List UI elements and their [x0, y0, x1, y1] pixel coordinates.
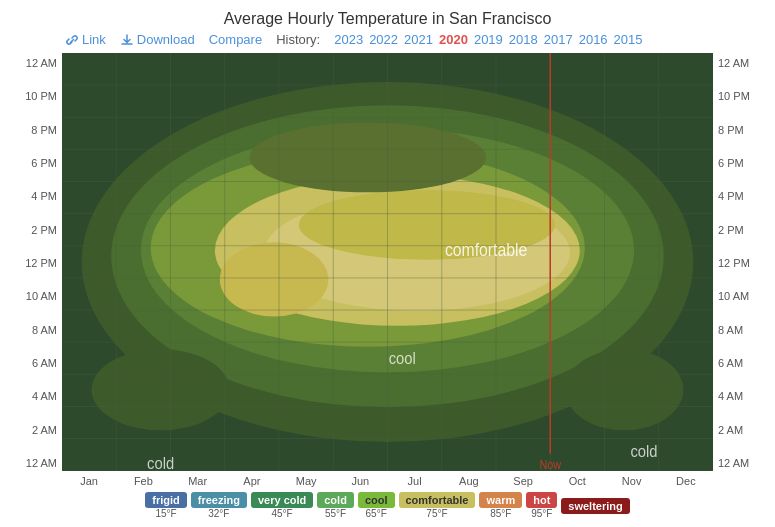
- x-label-feb: Feb: [116, 475, 170, 487]
- chart-area: 12 AM 10 PM 8 PM 6 PM 4 PM 2 PM 12 PM 10…: [10, 53, 765, 487]
- year-2017[interactable]: 2017: [544, 32, 573, 47]
- link-icon: [65, 33, 79, 47]
- page-container: Average Hourly Temperature in San Franci…: [0, 0, 775, 527]
- history-years: 2023 2022 2021 2020 2019 2018 2017 2016 …: [334, 32, 642, 47]
- now-label: Now: [539, 457, 561, 471]
- comfortable-label: comfortable: [445, 239, 527, 261]
- cool-label: cool: [389, 348, 416, 367]
- legend-hot: hot 95°F: [526, 492, 557, 519]
- x-label-apr: Apr: [225, 475, 279, 487]
- cold-left-label: cold: [147, 453, 174, 471]
- y-axis-right: 12 AM 10 PM 8 PM 6 PM 4 PM 2 PM 12 PM 10…: [713, 53, 765, 487]
- year-2022[interactable]: 2022: [369, 32, 398, 47]
- year-2021[interactable]: 2021: [404, 32, 433, 47]
- legend-cold: cold 55°F: [317, 492, 354, 519]
- svg-point-8: [220, 242, 329, 316]
- y-axis-left: 12 AM 10 PM 8 PM 6 PM 4 PM 2 PM 12 PM 10…: [10, 53, 62, 487]
- x-label-sep: Sep: [496, 475, 550, 487]
- download-icon: [120, 33, 134, 47]
- svg-point-12: [249, 123, 486, 193]
- chart-svg: comfortable cool cold cold Now: [62, 53, 713, 471]
- x-label-oct: Oct: [550, 475, 604, 487]
- chart-main: comfortable cool cold cold Now: [62, 53, 713, 471]
- x-label-dec: Dec: [659, 475, 713, 487]
- svg-point-11: [565, 349, 683, 430]
- legend-very-cold: very cold 45°F: [251, 492, 313, 519]
- legend-row: frigid 15°F freezing 32°F very cold 45°F…: [10, 492, 765, 519]
- year-2015[interactable]: 2015: [614, 32, 643, 47]
- year-2016[interactable]: 2016: [579, 32, 608, 47]
- chart-title: Average Hourly Temperature in San Franci…: [10, 10, 765, 28]
- x-label-aug: Aug: [442, 475, 496, 487]
- toolbar: Link Download Compare History: 2023 2022…: [10, 32, 765, 47]
- history-label: History:: [276, 32, 320, 47]
- year-2020[interactable]: 2020: [439, 32, 468, 47]
- x-label-jan: Jan: [62, 475, 116, 487]
- x-axis: Jan Feb Mar Apr May Jun Jul Aug Sep Oct …: [62, 473, 713, 487]
- year-2018[interactable]: 2018: [509, 32, 538, 47]
- x-label-nov: Nov: [605, 475, 659, 487]
- legend-warm: warm 85°F: [479, 492, 522, 519]
- link-button[interactable]: Link: [65, 32, 106, 47]
- legend-comfortable: comfortable 75°F: [399, 492, 476, 519]
- legend-freezing: freezing 32°F: [191, 492, 247, 519]
- year-2023[interactable]: 2023: [334, 32, 363, 47]
- svg-point-10: [92, 349, 230, 430]
- legend-sweltering: sweltering: [561, 498, 629, 514]
- cold-right-label: cold: [630, 441, 657, 460]
- chart-with-xaxis: comfortable cool cold cold Now Jan Feb: [62, 53, 713, 487]
- x-label-may: May: [279, 475, 333, 487]
- x-label-jul: Jul: [388, 475, 442, 487]
- x-label-mar: Mar: [171, 475, 225, 487]
- x-label-jun: Jun: [333, 475, 387, 487]
- year-2019[interactable]: 2019: [474, 32, 503, 47]
- legend-frigid: frigid 15°F: [145, 492, 187, 519]
- download-button[interactable]: Download: [120, 32, 195, 47]
- legend-cool: cool 65°F: [358, 492, 395, 519]
- compare-button[interactable]: Compare: [209, 32, 262, 47]
